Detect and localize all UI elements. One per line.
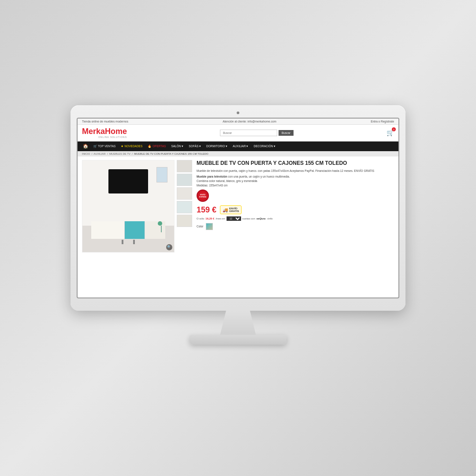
product-description: Mueble de televisión con puerta, cajón y… [197,169,394,173]
nav-salon[interactable]: SALÓN ▾ [168,141,186,151]
logo-merka: Merka [82,127,105,136]
tv-unit-left [91,221,125,239]
product-info: MUEBLE DE TV CON PUERTA Y CAJONES 155 CM… [197,160,394,253]
thumbnail-1[interactable] [177,160,192,172]
color-info: Combina color natural, blanco, gris y es… [197,179,394,182]
thumb-img-3 [177,188,192,199]
thumb-img-1 [177,160,192,172]
search-bar: Buscar [220,130,294,136]
monitor-stand-base [190,335,286,345]
price-row: 159 € 🚚 ENVÍO GRATIS [197,205,394,215]
product-dimensions: Medidas: 155x47x43 cm [197,184,394,187]
tv-screen [108,169,148,193]
furniture-illustration [82,160,174,252]
monitor-bezel: Tienda online de muebles modernos Atenci… [71,105,405,311]
camera-dot [237,112,239,114]
top-bar-left: Tienda online de muebles modernos [82,120,128,123]
thumbnail-list [177,160,192,253]
feature-bold: Mueble para televisión [197,175,227,178]
plant [160,221,163,230]
plant-stem [161,226,162,232]
truck-icon: 🚚 [223,208,228,212]
logo[interactable]: MerkaHome ONLINE SOLUTIONS [82,127,127,138]
logo-text: MerkaHome [82,127,127,135]
nav-top-ventas[interactable]: 🛒 TOP VENTAS [91,141,118,151]
installment-suffix: /mes en [216,217,225,220]
nav-sofas[interactable]: SOFÁS ▾ [186,141,204,151]
star-icon: ★ [121,145,123,148]
installment-row: O sólo 16,25 € /mes en 12 cuotas con seQ… [197,216,394,221]
breadcrumb-muebles-tv[interactable]: MUEBLES DE TV [109,152,130,155]
tv-leg-left [122,240,123,244]
shipping-badge: 🚚 ENVÍO GRATIS [220,205,242,214]
website: Tienda online de muebles modernos Atenci… [78,119,398,298]
camera-bar [77,112,399,114]
screen: Tienda online de muebles modernos Atenci… [77,118,399,298]
nav-novedades[interactable]: ★ NOVEDADES [118,141,145,151]
top-bar: Tienda online de muebles modernos Atenci… [78,119,398,125]
nav-home[interactable]: 🏠 [80,141,91,151]
header: MerkaHome ONLINE SOLUTIONS Buscar 🛒 0 [78,125,398,141]
installment-amount: 16,25 € [205,217,214,220]
product-images: 🔍 [82,160,192,253]
search-button[interactable]: Buscar [279,130,294,136]
tv-leg-right [133,240,135,244]
product-title: MUEBLE DE TV CON PUERTA Y CAJONES 155 CM… [197,160,394,167]
cart-nav-icon: 🛒 [93,145,97,148]
thumbnail-4[interactable] [177,201,192,213]
breadcrumb: INICIO / AUXILIAR / MUEBLES DE TV / MUEB… [78,151,398,156]
nav: 🏠 🛒 TOP VENTAS ★ NOVEDADES 🔥 OFERTAS SAL… [78,141,398,151]
logo-sub: ONLINE SOLUTIONS [82,136,127,138]
thumb-img-5 [177,215,192,227]
nav-auxiliar[interactable]: AUXILIAR ▾ [230,141,251,151]
product-price: 159 € [197,205,216,215]
top-bar-right[interactable]: Entra o Regístrate [371,120,394,123]
tv-unit-drawer [125,221,145,239]
more-info-link[interactable]: +info [267,217,272,220]
shipping-label2: GRATIS [229,210,239,212]
tv-legs [122,240,135,244]
plant-top [158,221,162,226]
top-bar-center: Atención al cliente: info@merkahome.com [223,120,276,123]
thumb-img-4 [177,201,192,213]
sequra-logo: seQura [257,217,266,220]
thumbnail-5[interactable] [177,215,192,227]
shipping-text: ENVÍO GRATIS [229,207,239,212]
installment-cuotas: cuotas con [242,217,255,220]
installment-select[interactable]: 12 [227,216,241,221]
color-row: Color [197,223,394,230]
main-image: 🔍 [82,160,175,253]
monitor-stand-neck [218,311,258,335]
fire-icon: 🔥 [148,145,152,148]
logo-home: Home [105,127,127,136]
nav-dormitorio[interactable]: DORMITORIO ▾ [204,141,230,151]
cart-badge: 0 [392,127,396,131]
cart-icon-wrap[interactable]: 🛒 0 [387,129,394,136]
window [156,167,167,182]
spain-text2: ESPAÑA [199,196,206,198]
product-feature: Mueble para televisión con una puerta, u… [197,175,394,178]
breadcrumb-auxiliar[interactable]: AUXILIAR [93,152,105,155]
monitor: Tienda online de muebles modernos Atenci… [71,105,405,345]
installment-prefix: O sólo [197,217,204,220]
breadcrumb-current: MUEBLE DE TV CON PUERTA Y CAJONES 155 CM… [134,152,208,155]
zoom-button[interactable]: 🔍 [166,244,172,250]
main-content: 🔍 [78,156,398,256]
spain-badge: ENVÍO ESPAÑA [197,190,209,202]
feature-rest: con una puerta, un cajón y un hueco mult… [227,175,290,178]
breadcrumb-inicio[interactable]: INICIO [82,152,90,155]
nav-decoracion[interactable]: DECORACIÓN ▾ [251,141,278,151]
search-input[interactable] [220,130,277,136]
thumb-img-2 [177,174,192,186]
thumbnail-3[interactable] [177,187,192,200]
color-label: Color [197,225,204,228]
tv-unit [91,221,165,239]
thumbnail-2[interactable] [177,174,192,186]
color-swatch[interactable] [206,223,213,230]
nav-ofertas[interactable]: 🔥 OFERTAS [145,141,168,151]
